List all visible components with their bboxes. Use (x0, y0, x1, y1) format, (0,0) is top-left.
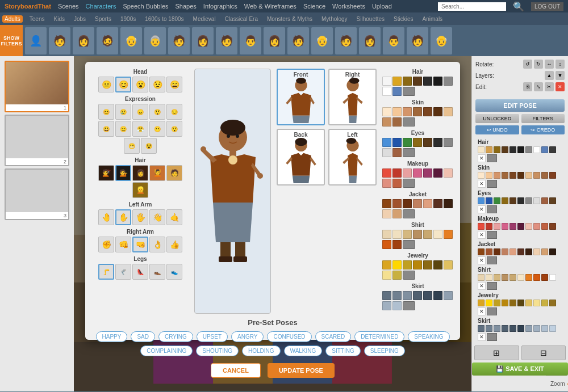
pose-front-view[interactable]: Front (277, 69, 325, 125)
storyboard-page-1[interactable]: 1 (5, 61, 69, 112)
modal-swatch-jewelry-1[interactable] (392, 260, 402, 269)
swatch-shirt-7[interactable] (533, 274, 540, 281)
rarm-4[interactable]: 👌 (149, 237, 165, 252)
expr-4[interactable]: 😲 (149, 104, 165, 120)
layer-up-icon[interactable]: ▲ (545, 71, 554, 80)
storyboard-page-3[interactable]: 3 (5, 168, 69, 220)
swatch-shirt-8[interactable] (541, 274, 548, 281)
scissors-icon[interactable]: ✂ (545, 82, 554, 91)
swatch-skin-9[interactable] (549, 172, 556, 179)
swatch-shirt-3[interactable] (502, 274, 508, 281)
swatch-skin-7[interactable] (533, 172, 540, 179)
char-thumb-12[interactable]: 🧑 (287, 27, 309, 54)
age-filter-jobs[interactable]: Jobs (72, 15, 88, 23)
swatch-jewelry-2[interactable] (494, 300, 500, 306)
age-filter-sports[interactable]: Sports (93, 15, 114, 23)
swatch-jewelry-3[interactable] (502, 300, 508, 306)
modal-swatch-skirt-3[interactable] (413, 291, 422, 300)
rarm-2[interactable]: 👊 (115, 237, 131, 252)
color-dropdown-skin[interactable] (487, 180, 497, 188)
modal-swatch-jewelry-4[interactable] (423, 260, 432, 269)
unlocked-button[interactable]: UNLOCKED (475, 114, 519, 123)
undo-button[interactable]: ↩ UNDO (475, 125, 519, 134)
modal-swatch-skirt-4[interactable] (423, 291, 432, 300)
swatch-makeup-9[interactable] (549, 223, 556, 230)
swatch-skirt-2[interactable] (494, 325, 500, 332)
modal-dropdown-jewelry[interactable] (403, 271, 415, 280)
modal-swatch-skirt-7[interactable] (382, 301, 391, 310)
modal-swatch-shirt-7[interactable] (382, 240, 391, 249)
nav-characters[interactable]: Characters (86, 3, 116, 10)
larm-3[interactable]: 🖐 (132, 209, 148, 225)
preset-shouting-button[interactable]: SHOUTING (196, 345, 239, 356)
char-thumb-13[interactable]: 👴 (311, 27, 333, 54)
leg-3[interactable]: 👠 (132, 264, 148, 280)
modal-dropdown-makeup[interactable] (403, 179, 415, 188)
modal-dropdown-hair[interactable] (403, 87, 415, 96)
head-part-5[interactable]: 😄 (166, 77, 182, 92)
swatch-hair-7[interactable] (533, 146, 540, 153)
swatch-hair-6[interactable] (525, 146, 532, 153)
flip-v-icon[interactable]: ↕ (556, 60, 565, 69)
swatch-skin-5[interactable] (517, 172, 524, 179)
modal-swatch-jewelry-3[interactable] (413, 260, 422, 269)
swatch-hair-1[interactable] (486, 146, 492, 153)
modal-swatch-jewelry-2[interactable] (403, 260, 412, 269)
swatch-skirt-5[interactable] (517, 325, 524, 332)
modal-swatch-jacket-6[interactable] (444, 199, 453, 208)
expr-3[interactable]: 😠 (132, 104, 148, 120)
color-remove-jewelry[interactable]: ✕ (478, 307, 486, 315)
save-exit-button[interactable]: 💾 SAVE & EXIT (472, 363, 568, 376)
char-thumb-3[interactable]: 👩 (73, 27, 94, 54)
char-thumb-17[interactable]: 🧑 (407, 27, 428, 54)
swatch-jewelry-0[interactable] (478, 300, 485, 306)
modal-swatch-hair-0[interactable] (382, 77, 391, 86)
modal-swatch-hair-7[interactable] (382, 87, 391, 96)
age-filter-stickies[interactable]: Stickies (391, 15, 415, 23)
modal-swatch-jewelry-8[interactable] (392, 271, 402, 280)
swatch-makeup-5[interactable] (517, 223, 524, 230)
swatch-makeup-6[interactable] (525, 223, 532, 230)
modal-swatch-jewelry-5[interactable] (433, 260, 442, 269)
color-remove-skirt[interactable]: ✕ (478, 333, 486, 341)
modal-dropdown-skin[interactable] (403, 117, 415, 127)
copy-icon[interactable]: ⎘ (523, 82, 532, 91)
modal-swatch-hair-3[interactable] (413, 77, 422, 86)
swatch-eyes-5[interactable] (517, 197, 524, 204)
hair-6[interactable]: 👱 (132, 182, 148, 198)
swatch-eyes-1[interactable] (486, 197, 492, 204)
search-input[interactable] (438, 2, 506, 11)
expr-2[interactable]: 😢 (115, 104, 131, 120)
preset-sleeping-button[interactable]: SLEEPING (364, 345, 405, 356)
modal-swatch-skirt-1[interactable] (392, 291, 402, 300)
swatch-eyes-9[interactable] (549, 197, 556, 204)
age-filter-medieval[interactable]: Medieval (191, 15, 218, 23)
age-filter-kids[interactable]: Kids (51, 15, 66, 23)
modal-swatch-eyes-1[interactable] (392, 138, 402, 147)
color-dropdown-eyes[interactable] (487, 205, 497, 213)
age-filter-1900s[interactable]: 1900s (118, 15, 138, 23)
age-filter-teens[interactable]: Teens (27, 15, 47, 23)
modal-swatch-hair-1[interactable] (392, 77, 402, 86)
swatch-hair-8[interactable] (541, 146, 548, 153)
modal-swatch-hair-8[interactable] (392, 87, 402, 96)
modal-swatch-jacket-1[interactable] (392, 199, 402, 208)
modal-dropdown-jacket[interactable] (403, 209, 415, 218)
edit-pose-button[interactable]: EDIT POSE (475, 99, 565, 112)
char-thumb-8[interactable]: 👩 (192, 27, 214, 54)
swatch-jewelry-9[interactable] (549, 300, 556, 306)
modal-swatch-jacket-3[interactable] (413, 199, 422, 208)
expr-7[interactable]: 😑 (115, 121, 131, 137)
storyboard-page-2[interactable]: 2 (5, 115, 69, 166)
swatch-hair-2[interactable] (494, 146, 500, 153)
rarm-3[interactable]: 🤜 (132, 237, 148, 252)
swatch-jewelry-5[interactable] (517, 300, 524, 306)
editor-canvas[interactable]: Head 😐 😊 😮 😟 😄 Expression (74, 56, 471, 391)
color-remove-eyes[interactable]: ✕ (478, 205, 486, 213)
swatch-skirt-1[interactable] (486, 325, 492, 332)
swatch-makeup-8[interactable] (541, 223, 548, 230)
modal-dropdown-eyes[interactable] (403, 148, 415, 157)
age-filter-1600s[interactable]: 1600s to 1800s (143, 15, 186, 23)
rotate-right-icon[interactable]: ↻ (534, 60, 543, 69)
hair-2[interactable]: 💁 (115, 165, 131, 181)
